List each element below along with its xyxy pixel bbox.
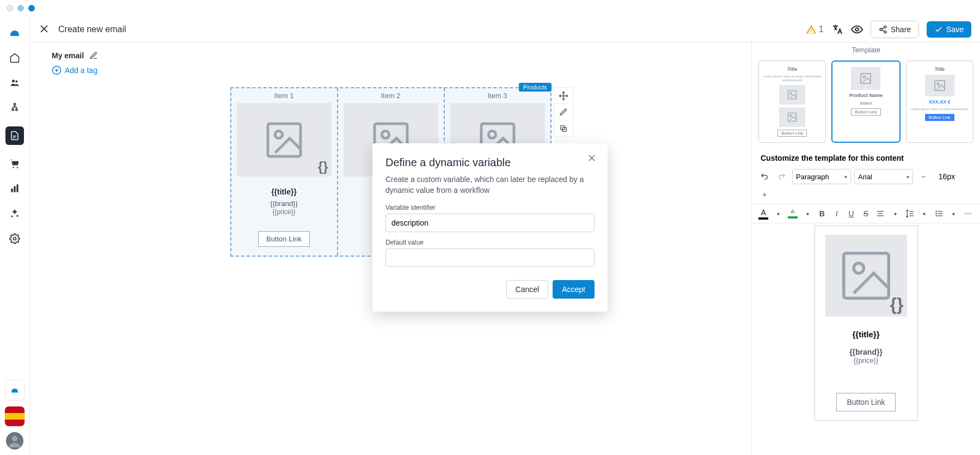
modal-backdrop: Define a dynamic variable Create a custo…	[0, 0, 980, 455]
dynamic-variable-modal: Define a dynamic variable Create a custo…	[372, 143, 608, 311]
cancel-button[interactable]: Cancel	[506, 280, 549, 299]
default-value-label: Default value	[385, 239, 595, 246]
variable-identifier-input[interactable]	[385, 214, 595, 232]
default-value-input[interactable]	[385, 248, 595, 267]
variable-identifier-label: Variable identifier	[385, 204, 595, 211]
close-icon[interactable]	[587, 153, 598, 164]
modal-title: Define a dynamic variable	[385, 156, 595, 169]
accept-button[interactable]: Accept	[553, 280, 595, 299]
modal-subtitle: Create a custom variable, which can late…	[385, 174, 595, 196]
